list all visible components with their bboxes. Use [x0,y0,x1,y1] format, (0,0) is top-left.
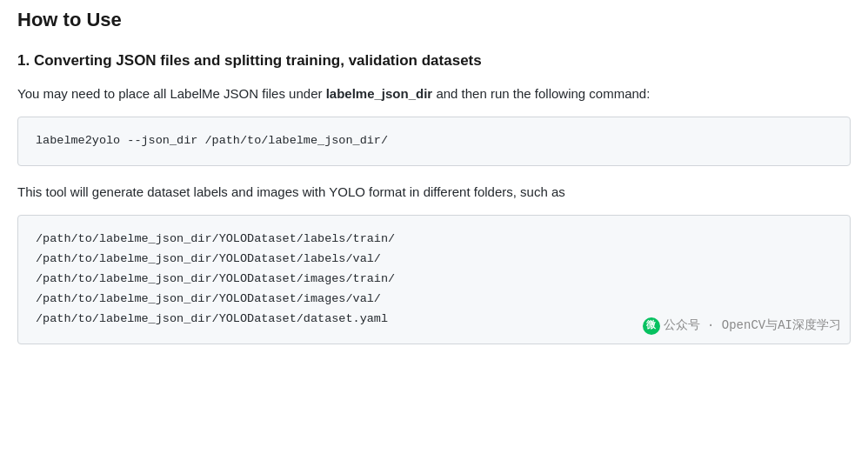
path-line: /path/to/labelme_json_dir/YOLODataset/la… [36,230,832,250]
command-code-block: labelme2yolo --json_dir /path/to/labelme… [17,117,851,166]
result-description: This tool will generate dataset labels a… [17,182,851,203]
path-line: /path/to/labelme_json_dir/YOLODataset/la… [36,250,832,270]
description-bold: labelme_json_dir [326,86,433,101]
section1-heading: 1. Converting JSON files and splitting t… [17,52,851,70]
paths-code-block: /path/to/labelme_json_dir/YOLODataset/la… [17,215,851,344]
watermark: 微 公众号 · OpenCV与AI深度学习 [643,316,841,337]
description-text-part1: You may need to place all LabelMe JSON f… [17,86,326,101]
wechat-icon: 微 [643,317,660,335]
path-line: /path/to/labelme_json_dir/YOLODataset/im… [36,290,832,310]
description-text-part2: and then run the following command: [432,86,650,101]
watermark-text: 公众号 · OpenCV与AI深度学习 [664,316,841,337]
path-line: /path/to/labelme_json_dir/YOLODataset/im… [36,270,832,290]
page-title: How to Use [17,9,851,31]
section1-description: You may need to place all LabelMe JSON f… [17,83,851,104]
path-lines: /path/to/labelme_json_dir/YOLODataset/la… [36,230,832,330]
command-text: labelme2yolo --json_dir /path/to/labelme… [36,134,388,147]
